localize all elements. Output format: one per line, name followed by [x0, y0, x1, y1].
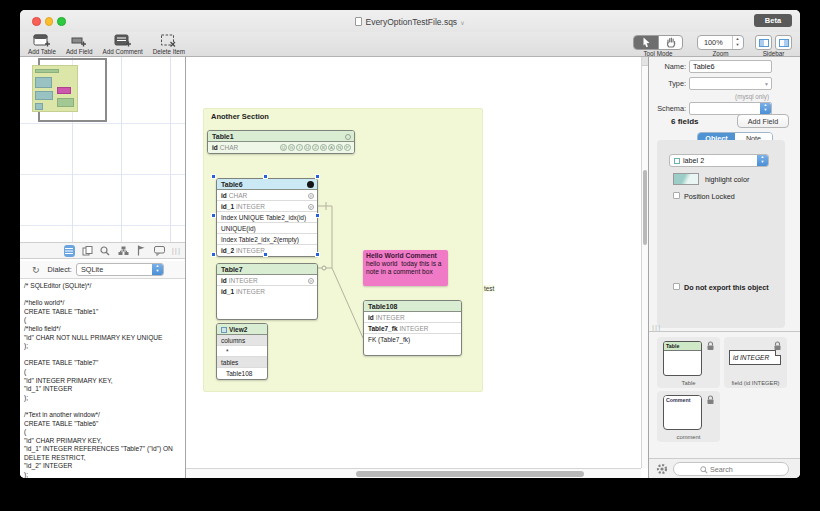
table-row[interactable]: idCHAR Q G I U Z B A N P: [208, 142, 354, 153]
horizontal-scrollbar-thumb[interactable]: [356, 471, 584, 477]
toolbar: Add Table Add Field Add Comment Delete I…: [20, 32, 800, 57]
table-row[interactable]: idCHARP: [217, 190, 317, 201]
palette-item-table[interactable]: Table Table: [657, 337, 720, 388]
view-row[interactable]: Table108: [217, 368, 267, 379]
zoom-stepper[interactable]: ▲▼: [732, 36, 742, 49]
badge-icon[interactable]: P: [344, 144, 351, 151]
view2-header[interactable]: View2: [217, 324, 267, 335]
delete-item-button[interactable]: Delete Item: [153, 33, 185, 55]
selection-handle[interactable]: [211, 213, 216, 218]
sidebar-label: Sidebar: [751, 50, 796, 57]
table-row[interactable]: FK (Table7_fk): [364, 334, 461, 345]
vertical-scrollbar[interactable]: [641, 57, 648, 468]
add-table-button[interactable]: Add Table: [28, 33, 56, 55]
lock-icon: [706, 341, 715, 351]
selection-handle[interactable]: [211, 252, 216, 257]
table-row[interactable]: idINTEGERP: [217, 275, 317, 286]
view-row[interactable]: columns: [217, 335, 267, 346]
field-thumbnail: id INTEGER: [729, 350, 781, 365]
table-row[interactable]: Index Table2_idx_2(empty): [217, 234, 317, 245]
primary-key-icon: P: [308, 278, 314, 284]
pages-icon: [82, 246, 93, 256]
zoom-control[interactable]: 100% ▲▼: [697, 35, 744, 50]
table-row[interactable]: id_1INTEGER: [217, 286, 317, 297]
table-table1[interactable]: Table1 idCHAR Q G I U Z B A N P: [207, 130, 355, 154]
search-view-button[interactable]: [100, 245, 111, 257]
table-table108[interactable]: Table108 idINTEGER Table7_fkINTEGER FK (…: [363, 300, 462, 356]
toggle-left-sidebar-button[interactable]: [755, 35, 772, 50]
table108-header[interactable]: Table108: [364, 301, 461, 312]
sql-source-text: /* SQLEditor (SQLite)*/ /*hello world*/ …: [24, 282, 183, 478]
dialect-dropdown[interactable]: SQLite ▲▼: [76, 263, 164, 276]
do-not-export-checkbox[interactable]: [673, 283, 680, 290]
badge-icon[interactable]: Z: [312, 144, 319, 151]
dropdown-stepper-icon: ▲▼: [757, 155, 768, 166]
badge-icon[interactable]: B: [320, 144, 327, 151]
sql-source-view[interactable]: /* SQLEditor (SQLite)*/ /*hello world*/ …: [20, 278, 185, 478]
diagram-canvas[interactable]: Another Section test Table1 idCHAR Q G I…: [186, 57, 641, 468]
type-combo[interactable]: ▼: [689, 77, 772, 90]
view-row[interactable]: tables: [217, 357, 267, 368]
gear-icon[interactable]: [656, 463, 668, 475]
selection-handle[interactable]: [315, 213, 320, 218]
table-row[interactable]: Index UNIQUE Table2_idx(id): [217, 212, 317, 223]
table-table7[interactable]: Table7 idINTEGERP id_1INTEGER: [216, 263, 318, 320]
table-options-icon[interactable]: [307, 181, 314, 188]
position-locked-checkbox[interactable]: [673, 192, 680, 199]
search-input[interactable]: [708, 464, 778, 475]
add-comment-button[interactable]: Add Comment: [103, 33, 143, 55]
palette-item-field[interactable]: id INTEGER field (id INTEGER): [724, 337, 787, 388]
table-row[interactable]: idINTEGER: [364, 312, 461, 323]
highlight-color-well[interactable]: [673, 173, 699, 185]
palette-search-field[interactable]: [673, 462, 789, 476]
structure-view-button[interactable]: [118, 245, 129, 257]
table1-header[interactable]: Table1: [208, 131, 354, 142]
cursor-tool-button[interactable]: [634, 36, 658, 49]
selection-handle[interactable]: [211, 174, 216, 179]
badge-icon[interactable]: G: [288, 144, 295, 151]
table-row[interactable]: Table7_fkINTEGER: [364, 323, 461, 334]
table6-header[interactable]: Table6: [217, 179, 317, 190]
badge-icon[interactable]: I: [296, 144, 303, 151]
add-field-inspector-button[interactable]: Add Field: [737, 114, 789, 128]
relationship-label[interactable]: test: [483, 285, 495, 292]
selection-handle[interactable]: [263, 174, 268, 179]
comment-title: Hello World Comment: [366, 252, 445, 259]
palette-item-comment[interactable]: Comment comment: [657, 391, 720, 442]
selection-handle[interactable]: [315, 252, 320, 257]
selection-handle[interactable]: [263, 252, 268, 257]
toggle-right-sidebar-button[interactable]: [775, 35, 792, 50]
table-row[interactable]: id_1INTEGERP: [217, 201, 317, 212]
sql-view-button[interactable]: [64, 245, 75, 257]
selection-handle[interactable]: [315, 174, 320, 179]
table-table6[interactable]: Table6 idCHARP id_1INTEGERP Index UNIQUE…: [216, 178, 318, 257]
overview-minimap[interactable]: [20, 57, 185, 242]
comments-view-button[interactable]: [154, 245, 165, 257]
title-chevron-icon[interactable]: ∨: [460, 20, 464, 26]
view-view2[interactable]: View2 columns * tables Table108: [216, 323, 268, 380]
dialect-label: Dialect:: [48, 265, 72, 274]
table-row[interactable]: UNIQUE(id): [217, 223, 317, 234]
panel-resize-handle[interactable]: |||: [172, 246, 181, 255]
view-row[interactable]: *: [217, 346, 267, 357]
title-bar[interactable]: EveryOptionTestFile.sqs∨ Beta: [20, 10, 800, 32]
hand-tool-button[interactable]: [658, 36, 682, 49]
flag-view-button[interactable]: [136, 245, 147, 257]
add-field-button[interactable]: Add Field: [66, 33, 93, 55]
vertical-scrollbar-thumb[interactable]: [643, 170, 647, 245]
badge-icon[interactable]: U: [304, 144, 311, 151]
table7-header[interactable]: Table7: [217, 264, 317, 275]
badge-icon[interactable]: A: [328, 144, 335, 151]
badge-icon[interactable]: Q: [280, 144, 287, 151]
refresh-icon[interactable]: ↻: [32, 265, 40, 275]
table-options-icon[interactable]: [345, 134, 351, 140]
name-input[interactable]: [689, 60, 772, 73]
minimap-table6: [35, 77, 52, 88]
comment-box[interactable]: Hello World Comment hello world today th…: [363, 250, 448, 286]
app-window: EveryOptionTestFile.sqs∨ Beta Add Table …: [20, 10, 800, 478]
horizontal-scrollbar[interactable]: [186, 468, 641, 478]
badge-icon[interactable]: N: [336, 144, 343, 151]
comment-thumbnail: Comment: [663, 395, 702, 430]
pages-view-button[interactable]: [82, 245, 93, 257]
label-dropdown[interactable]: label 2 ▲▼: [669, 154, 769, 167]
